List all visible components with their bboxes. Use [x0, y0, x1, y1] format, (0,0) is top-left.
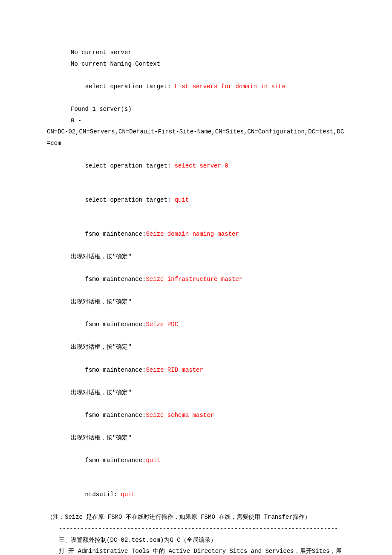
code-text: fsmo maintenance:: [85, 321, 146, 328]
code-line: ntdsutil: quit: [47, 478, 345, 512]
code-line: No current Naming Context: [47, 58, 345, 70]
code-line: fsmo maintenance:Seize schema master: [47, 398, 345, 432]
code-line: fsmo maintenance:Seize domain naming mas…: [47, 217, 345, 251]
code-command: quit: [175, 197, 189, 203]
code-command: Seize PDC: [146, 321, 178, 328]
code-text: select operation target:: [85, 197, 175, 203]
section-3-body: 打 开 Administrative Tools 中的 Active Direc…: [47, 546, 345, 555]
code-text: ntdsutil:: [85, 491, 121, 498]
code-line: fsmo maintenance:Seize PDC: [47, 308, 345, 342]
separator: ----------------------------------------…: [47, 523, 345, 535]
code-line: fsmo maintenance:Seize RID master: [47, 353, 345, 387]
code-text: fsmo maintenance:: [85, 412, 146, 419]
dialog-note: 出现对话框，按"确定": [47, 296, 345, 308]
note-text: （注：Seize 是在原 FSMO 不在线时进行操作，如果原 FSMO 在线，需…: [47, 512, 345, 523]
code-line: Found 1 server(s): [47, 104, 345, 115]
code-command: List servers for domain in site: [175, 83, 285, 90]
code-command: select server 0: [175, 162, 228, 169]
code-text: fsmo maintenance:: [85, 231, 146, 237]
code-text: select operation target:: [85, 162, 175, 169]
code-command: Seize infrastructure master: [146, 276, 242, 283]
code-line: 0 -: [47, 115, 345, 127]
dialog-note: 出现对话框，按"确定": [47, 432, 345, 444]
section-3-title: 三、设置额外控制(DC-02.test.com)为G C（全局编录）: [47, 535, 345, 546]
code-command: quit: [121, 491, 135, 498]
code-text: fsmo maintenance:: [85, 457, 146, 464]
code-text: fsmo maintenance:: [85, 276, 146, 283]
code-command: Seize domain naming master: [146, 231, 239, 237]
dialog-note: 出现对话框，按"确定": [47, 251, 345, 263]
code-line: select operation target: quit: [47, 183, 345, 217]
code-line: select operation target: select server 0: [47, 149, 345, 183]
dialog-note: 出现对话框，按"确定": [47, 387, 345, 399]
code-command: Seize schema master: [146, 412, 214, 419]
code-text: select operation target:: [85, 83, 175, 90]
code-line: fsmo maintenance:Seize infrastructure ma…: [47, 262, 345, 296]
code-line: No current server: [47, 47, 345, 58]
code-command: Seize RID master: [146, 367, 203, 373]
code-line-dn: CN=DC-02,CN=Servers,CN=Default-First-Sit…: [47, 126, 345, 149]
code-command: quit: [146, 457, 160, 464]
code-text: fsmo maintenance:: [85, 367, 146, 373]
code-line: select operation target: List servers fo…: [47, 69, 345, 104]
code-line: fsmo maintenance:quit: [47, 444, 345, 478]
document-page: No current server No current Naming Cont…: [0, 0, 392, 555]
dialog-note: 出现对话框，按"确定": [47, 341, 345, 353]
